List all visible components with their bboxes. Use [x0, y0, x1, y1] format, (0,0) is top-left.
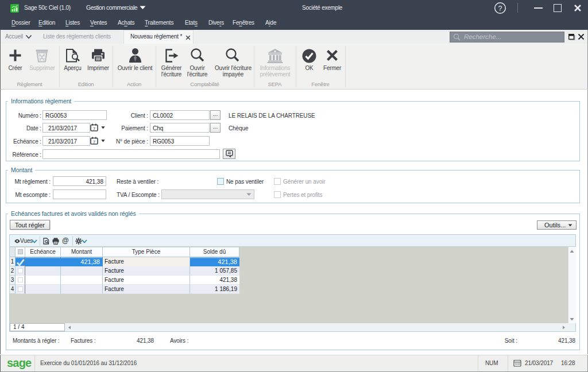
svg-text:7: 7: [93, 140, 96, 145]
svg-text:7: 7: [93, 126, 96, 131]
svg-text:?: ?: [498, 5, 502, 13]
